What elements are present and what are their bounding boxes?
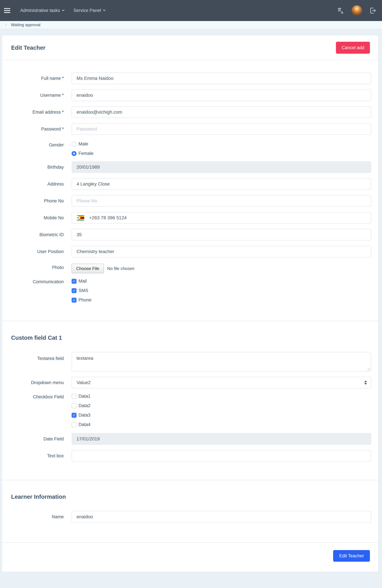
checkbox-label: Data4 — [79, 422, 90, 427]
full-name-input[interactable] — [72, 73, 371, 84]
form-row-checkbox-field: Checkbox Field Data1 Data2 Data3 Data4 — [2, 394, 378, 427]
mobile-input[interactable]: +263 78 396 5124 — [72, 212, 371, 224]
radio-label: Female — [79, 151, 93, 156]
zimbabwe-flag-icon — [77, 215, 84, 220]
checkbox-label: Data1 — [79, 394, 90, 399]
top-navbar: Administrative tasks Service Panel A — [0, 0, 382, 21]
breadcrumb-item: Waiting approval — [11, 22, 41, 27]
form-row-photo: Photo Choose File No file chosen — [2, 263, 378, 273]
svg-text:A: A — [341, 10, 343, 14]
text-box-label: Text box — [2, 450, 64, 459]
communication-option-sms[interactable]: SMS — [72, 288, 371, 293]
communication-option-mail[interactable]: Mail — [72, 279, 371, 284]
cancel-add-button[interactable]: Cancel add — [336, 42, 370, 54]
gender-option-female[interactable]: Female — [72, 151, 371, 156]
checkbox-unchecked-icon[interactable] — [72, 422, 77, 427]
radio-checked-icon[interactable] — [72, 151, 77, 156]
edit-teacher-card: Edit Teacher Cancel add Full name * User… — [2, 35, 378, 572]
translate-icon[interactable]: A — [337, 7, 344, 14]
checkbox-option-data1[interactable]: Data1 — [72, 394, 371, 399]
navbar-left: Administrative tasks Service Panel — [3, 6, 105, 15]
email-label: Email address * — [2, 106, 64, 115]
form-row-password: Password * — [2, 123, 378, 135]
photo-label: Photo — [2, 263, 64, 270]
birthday-input[interactable] — [72, 161, 371, 173]
chevron-down-icon — [62, 9, 64, 11]
learner-name-label: Name — [2, 511, 64, 519]
form-row-communication: Communication Mail SMS Phone — [2, 279, 378, 303]
text-box-input[interactable] — [72, 450, 371, 462]
checkbox-option-data2[interactable]: Data2 — [72, 403, 371, 408]
checkbox-label: Phone — [79, 297, 91, 303]
custom-section-title: Custom field Cat 1 — [2, 321, 378, 352]
form-row-date-field: Date Field — [2, 433, 378, 445]
form-row-text-box: Text box — [2, 450, 378, 480]
checkbox-label: Mail — [79, 279, 87, 284]
mobile-number-text: +263 78 396 5124 — [89, 215, 127, 220]
form-row-full-name: Full name * — [2, 73, 378, 84]
edit-teacher-submit-button[interactable]: Edit Teacher — [333, 550, 370, 562]
username-input[interactable] — [72, 89, 371, 101]
breadcrumb: › Waiting approval — [0, 21, 382, 29]
birthday-label: Birthday — [2, 161, 64, 170]
phone-label: Phone No — [2, 195, 64, 204]
address-label: Address — [2, 178, 64, 187]
communication-option-phone[interactable]: Phone — [72, 297, 371, 303]
dropdown-menu-label: Dropdown menu — [2, 377, 64, 385]
form-row-biometric-id: Biometric ID — [2, 229, 378, 240]
form-row-user-position: User Position — [2, 246, 378, 257]
form-row-email: Email address * — [2, 106, 378, 118]
form-row-learner-name: Name — [2, 511, 378, 543]
checkbox-label: Data3 — [79, 413, 90, 418]
gender-option-male[interactable]: Male — [72, 142, 371, 147]
checkbox-option-data4[interactable]: Data4 — [72, 422, 371, 427]
password-label: Password * — [2, 123, 64, 132]
radio-unchecked-icon[interactable] — [72, 142, 77, 147]
teacher-form: Full name * Username * Email address * P… — [2, 60, 378, 321]
full-name-label: Full name * — [2, 73, 64, 81]
learner-information-section: Learner Information Name — [2, 480, 378, 543]
checkbox-option-data3[interactable]: Data3 — [72, 413, 371, 418]
chevron-down-icon — [103, 9, 106, 11]
checkbox-label: Data2 — [79, 403, 90, 408]
card-header: Edit Teacher Cancel add — [2, 35, 378, 60]
nav-service-panel[interactable]: Service Panel — [73, 8, 105, 13]
address-input[interactable] — [72, 178, 371, 190]
checkbox-checked-icon[interactable] — [72, 298, 77, 303]
form-row-username: Username * — [2, 89, 378, 101]
password-input[interactable] — [72, 123, 371, 135]
checkbox-label: SMS — [79, 288, 88, 293]
dropdown-menu-select[interactable]: Value2 — [72, 377, 371, 388]
checkbox-checked-icon[interactable] — [72, 413, 77, 418]
textarea-field-input[interactable]: textarea — [72, 352, 371, 372]
photo-file-input: Choose File No file chosen — [72, 263, 371, 273]
nav-item-label: Service Panel — [73, 8, 101, 13]
navbar-right: A — [337, 5, 376, 16]
logout-icon[interactable] — [369, 7, 376, 14]
learner-section-title: Learner Information — [2, 480, 378, 511]
biometric-id-input[interactable] — [72, 229, 371, 240]
form-row-phone: Phone No — [2, 195, 378, 207]
username-label: Username * — [2, 89, 64, 98]
checkbox-unchecked-icon[interactable] — [72, 394, 77, 399]
checkbox-checked-icon[interactable] — [72, 288, 77, 293]
user-position-input[interactable] — [72, 246, 371, 257]
form-row-dropdown-menu: Dropdown menu Value2 — [2, 377, 378, 388]
learner-name-input[interactable] — [72, 511, 371, 523]
checkbox-checked-icon[interactable] — [72, 279, 77, 284]
email-input[interactable] — [72, 106, 371, 118]
page-title: Edit Teacher — [11, 44, 45, 51]
nav-administrative-tasks[interactable]: Administrative tasks — [20, 8, 64, 13]
chevron-right-icon: › — [5, 21, 7, 27]
hamburger-menu-icon[interactable] — [3, 6, 11, 15]
avatar[interactable] — [352, 5, 362, 16]
choose-file-button[interactable]: Choose File — [72, 264, 104, 273]
textarea-wrap: textarea — [72, 352, 371, 372]
phone-input[interactable] — [72, 195, 371, 207]
checkbox-field-label: Checkbox Field — [2, 394, 64, 399]
nav-item-label: Administrative tasks — [20, 8, 60, 13]
checkbox-unchecked-icon[interactable] — [72, 403, 77, 408]
date-field-input[interactable] — [72, 433, 371, 445]
form-row-gender: Gender Male Female — [2, 140, 378, 156]
form-row-birthday: Birthday — [2, 161, 378, 173]
